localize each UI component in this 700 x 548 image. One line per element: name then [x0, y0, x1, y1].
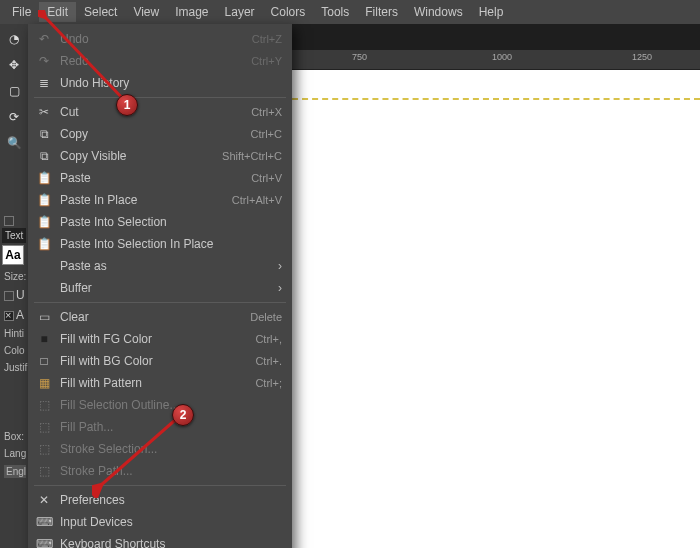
menu-item-cut[interactable]: ✂CutCtrl+X — [28, 101, 292, 123]
antialias-option[interactable]: A — [4, 308, 26, 322]
tool-crop-icon[interactable]: ▢ — [5, 82, 23, 100]
menu-select[interactable]: Select — [76, 2, 125, 22]
menu-separator — [34, 97, 286, 98]
undo-icon: ↶ — [34, 32, 54, 46]
menu-item-label: Fill with FG Color — [54, 332, 255, 346]
color-label: Colo — [4, 345, 26, 356]
menu-tools[interactable]: Tools — [313, 2, 357, 22]
shortcut-label: Ctrl+. — [255, 355, 282, 367]
shortcut-label: Delete — [250, 311, 282, 323]
text-tab[interactable]: Text — [2, 228, 26, 243]
menu-item-label: Paste In Place — [54, 193, 232, 207]
annotation-badge-2: 2 — [172, 404, 194, 426]
shortcut-label: Ctrl+, — [255, 333, 282, 345]
menu-item-paste[interactable]: 📋PasteCtrl+V — [28, 167, 292, 189]
menu-item-fill-with-bg-color[interactable]: □Fill with BG ColorCtrl+. — [28, 350, 292, 372]
menu-item-copy[interactable]: ⧉CopyCtrl+C — [28, 123, 292, 145]
menu-item-label: Keyboard Shortcuts — [54, 537, 282, 548]
paste-icon: 📋 — [34, 193, 54, 207]
menu-item-copy-visible[interactable]: ⧉Copy VisibleShift+Ctrl+C — [28, 145, 292, 167]
history-icon: ≣ — [34, 76, 54, 90]
menu-item-label: Paste as — [54, 259, 282, 273]
menu-item-label: Paste — [54, 171, 251, 185]
menu-item-label: Redo — [54, 54, 251, 68]
devices-icon: ⌨ — [34, 515, 54, 529]
menu-item-clear[interactable]: ▭ClearDelete — [28, 306, 292, 328]
menu-item-label: Clear — [54, 310, 250, 324]
menu-item-label: Fill with BG Color — [54, 354, 255, 368]
menu-item-label: Copy — [54, 127, 251, 141]
menu-item-fill-with-fg-color[interactable]: ■Fill with FG ColorCtrl+, — [28, 328, 292, 350]
menu-item-undo: ↶UndoCtrl+Z — [28, 28, 292, 50]
shortcut-label: Ctrl+C — [251, 128, 282, 140]
edit-menu-dropdown: ↶UndoCtrl+Z↷RedoCtrl+Y≣Undo History✂CutC… — [28, 24, 292, 548]
menu-help[interactable]: Help — [471, 2, 512, 22]
menu-item-label: Fill with Pattern — [54, 376, 255, 390]
copy-icon: ⧉ — [34, 149, 54, 163]
menu-item-label: Paste Into Selection — [54, 215, 282, 229]
menu-colors[interactable]: Colors — [263, 2, 314, 22]
clear-icon: ▭ — [34, 310, 54, 324]
stroke-icon: ⬚ — [34, 464, 54, 478]
tool-rotate-icon[interactable]: ⟳ — [5, 108, 23, 126]
use-editor-option[interactable]: U — [4, 288, 26, 302]
shortcut-label: Ctrl+Z — [252, 33, 282, 45]
menubar: FileEditSelectViewImageLayerColorsToolsF… — [0, 0, 700, 24]
menu-item-paste-in-place[interactable]: 📋Paste In PlaceCtrl+Alt+V — [28, 189, 292, 211]
kbd-icon: ⌨ — [34, 537, 54, 548]
menu-file[interactable]: File — [4, 2, 39, 22]
justify-label: Justif — [4, 362, 26, 373]
stroke-icon: ⬚ — [34, 420, 54, 434]
ruler-horizontal: 75010001250 — [292, 50, 700, 70]
shortcut-label: Ctrl+Y — [251, 55, 282, 67]
menu-view[interactable]: View — [125, 2, 167, 22]
tool-wilber-icon[interactable]: ◔ — [5, 30, 23, 48]
menu-item-paste-into-selection[interactable]: 📋Paste Into Selection — [28, 211, 292, 233]
tool-move-icon[interactable]: ✥ — [5, 56, 23, 74]
stroke-icon: ⬚ — [34, 398, 54, 412]
menu-item-fill-selection-outline: ⬚Fill Selection Outline... — [28, 394, 292, 416]
menu-item-keyboard-shortcuts[interactable]: ⌨Keyboard Shortcuts — [28, 533, 292, 548]
menu-item-label: Stroke Path... — [54, 464, 282, 478]
ruler-tick: 750 — [352, 52, 367, 62]
menu-item-label: Input Devices — [54, 515, 282, 529]
paste-icon: 📋 — [34, 237, 54, 251]
menu-item-label: Undo — [54, 32, 252, 46]
size-label: Size: — [4, 271, 26, 282]
menu-item-label: Buffer — [54, 281, 282, 295]
shortcut-label: Shift+Ctrl+C — [222, 150, 282, 162]
stroke-icon: ⬚ — [34, 442, 54, 456]
shortcut-label: Ctrl+; — [255, 377, 282, 389]
bgfill-icon: □ — [34, 354, 54, 368]
menu-item-undo-history[interactable]: ≣Undo History — [28, 72, 292, 94]
menu-item-label: Cut — [54, 105, 251, 119]
menu-windows[interactable]: Windows — [406, 2, 471, 22]
font-preview[interactable]: Aa — [2, 245, 24, 265]
shortcut-label: Ctrl+V — [251, 172, 282, 184]
menu-item-paste-as[interactable]: Paste as› — [28, 255, 292, 277]
canvas[interactable] — [292, 70, 700, 548]
menu-layer[interactable]: Layer — [217, 2, 263, 22]
pattern-icon: ▦ — [34, 376, 54, 390]
language-value[interactable]: Engl — [4, 465, 26, 478]
menu-item-preferences[interactable]: ✕Preferences — [28, 489, 292, 511]
menu-item-input-devices[interactable]: ⌨Input Devices — [28, 511, 292, 533]
menu-item-label: Copy Visible — [54, 149, 222, 163]
paste-icon: 📋 — [34, 171, 54, 185]
menu-image[interactable]: Image — [167, 2, 216, 22]
menu-item-label: Preferences — [54, 493, 282, 507]
menu-item-paste-into-selection-in-place[interactable]: 📋Paste Into Selection In Place — [28, 233, 292, 255]
menu-item-label: Stroke Selection... — [54, 442, 282, 456]
toolbox: ◔ ✥ ▢ ⟳ 🔍 — [0, 24, 28, 224]
menu-filters[interactable]: Filters — [357, 2, 406, 22]
chevron-right-icon: › — [278, 259, 282, 273]
menu-separator — [34, 485, 286, 486]
menu-edit[interactable]: Edit — [39, 2, 76, 22]
tool-zoom-icon[interactable]: 🔍 — [5, 134, 23, 152]
fgfill-icon: ■ — [34, 332, 54, 346]
menu-item-fill-with-pattern[interactable]: ▦Fill with PatternCtrl+; — [28, 372, 292, 394]
menu-item-label: Undo History — [54, 76, 282, 90]
menu-separator — [34, 302, 286, 303]
menu-item-buffer[interactable]: Buffer› — [28, 277, 292, 299]
tool-options-panel: Text Aa Size: U A Hinti Colo Justif Box:… — [0, 210, 28, 548]
